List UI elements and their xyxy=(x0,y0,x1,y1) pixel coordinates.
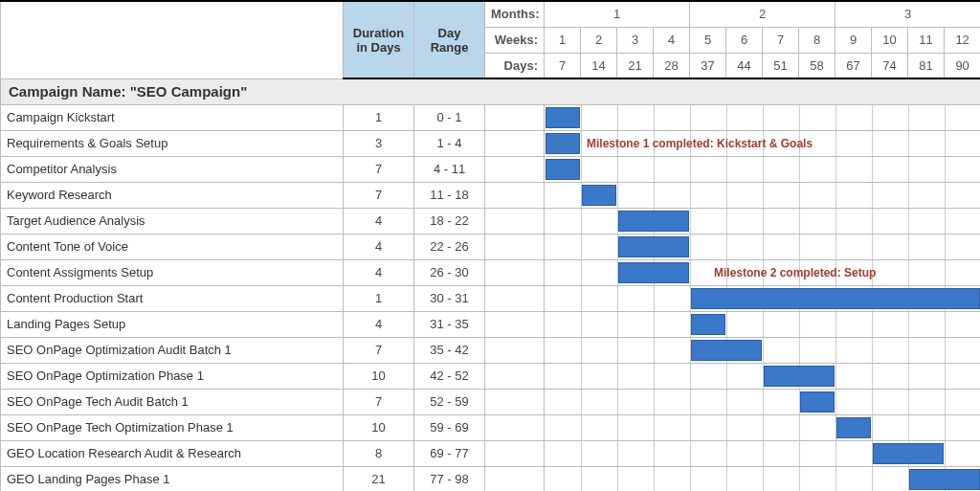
chart-spacer xyxy=(485,130,545,156)
header-row-months: Duration in Days Day Range Months: 1 2 3 xyxy=(1,1,981,27)
gantt-bar xyxy=(618,262,689,283)
chart-area xyxy=(545,182,981,208)
task-row: Content Assigments Setup426 - 30Mileston… xyxy=(1,259,981,285)
chart-spacer xyxy=(485,182,545,208)
gantt-bar xyxy=(618,211,689,232)
task-name: Content Production Start xyxy=(1,285,344,311)
week-cell: 4 xyxy=(654,27,690,53)
task-duration: 4 xyxy=(344,311,414,337)
task-duration: 1 xyxy=(344,285,414,311)
day-cell: 44 xyxy=(726,53,763,78)
task-name: Landing Pages Setup xyxy=(1,311,344,337)
task-row: SEO OnPage Tech Audit Batch 1752 - 59 xyxy=(1,389,981,414)
gantt-bar xyxy=(691,340,762,361)
task-row: Keyword Research711 - 18 xyxy=(1,182,981,208)
task-name: Requirements & Goals Setup xyxy=(1,130,344,156)
campaign-title: Campaign Name: "SEO Campaign" xyxy=(1,78,981,104)
chart-area xyxy=(545,363,981,389)
task-range: 1 - 4 xyxy=(414,130,485,156)
header-months-label: Months: xyxy=(485,1,545,27)
chart-area xyxy=(545,234,981,259)
chart-area xyxy=(545,311,981,337)
milestone-label: Milestone 1 completed: Kickstart & Goals xyxy=(587,137,813,150)
gantt-bar xyxy=(691,314,725,335)
chart-area xyxy=(545,208,981,234)
task-duration: 7 xyxy=(344,389,414,414)
task-row: Target Audience Analysis418 - 22 xyxy=(1,208,981,234)
task-range: 11 - 18 xyxy=(414,182,485,208)
task-name: Content Tone of Voice xyxy=(1,234,344,259)
day-cell: 74 xyxy=(872,53,908,78)
chart-area xyxy=(545,466,981,491)
task-name: Campaign Kickstart xyxy=(1,104,344,130)
gantt-bar xyxy=(836,417,871,438)
gantt-bar xyxy=(618,236,689,257)
header-weeks-label: Weeks: xyxy=(485,27,545,53)
chart-area: Milestone 1 completed: Kickstart & Goals xyxy=(545,130,981,156)
week-cell: 2 xyxy=(581,27,617,53)
header-days-label: Days: xyxy=(485,53,545,78)
month-3: 3 xyxy=(835,1,980,27)
task-name: SEO OnPage Optimization Phase 1 xyxy=(1,363,344,389)
task-range: 26 - 30 xyxy=(414,259,485,285)
chart-spacer xyxy=(485,104,545,130)
week-cell: 3 xyxy=(617,27,654,53)
task-duration: 4 xyxy=(344,208,414,234)
chart-spacer xyxy=(485,414,545,440)
task-range: 42 - 52 xyxy=(414,363,485,389)
header-blank xyxy=(1,1,344,78)
task-duration: 4 xyxy=(344,259,414,285)
day-cell: 51 xyxy=(763,53,799,78)
task-range: 4 - 11 xyxy=(414,156,485,182)
task-range: 22 - 26 xyxy=(414,234,485,259)
gantt-bar xyxy=(691,288,980,309)
task-name: Competitor Analysis xyxy=(1,156,344,182)
chart-spacer xyxy=(485,285,545,311)
chart-area xyxy=(545,414,981,440)
gantt-bar xyxy=(800,391,835,413)
chart-area xyxy=(545,440,981,466)
task-row: Content Tone of Voice422 - 26 xyxy=(1,234,981,259)
gantt-table: Duration in Days Day Range Months: 1 2 3… xyxy=(0,0,980,491)
task-row: Requirements & Goals Setup31 - 4Mileston… xyxy=(1,130,981,156)
chart-area xyxy=(545,285,981,311)
task-row: SEO OnPage Optimization Audit Batch 1735… xyxy=(1,337,981,363)
task-range: 59 - 69 xyxy=(414,414,485,440)
header-duration: Duration in Days xyxy=(344,1,414,78)
task-name: Content Assigments Setup xyxy=(1,259,344,285)
task-duration: 21 xyxy=(344,466,414,491)
task-range: 30 - 31 xyxy=(414,285,485,311)
campaign-title-row: Campaign Name: "SEO Campaign" xyxy=(1,78,981,104)
task-duration: 7 xyxy=(344,156,414,182)
task-name: Keyword Research xyxy=(1,182,344,208)
task-range: 31 - 35 xyxy=(414,311,485,337)
chart-area xyxy=(545,104,981,130)
task-range: 0 - 1 xyxy=(414,104,485,130)
task-row: Competitor Analysis74 - 11 xyxy=(1,156,981,182)
day-cell: 90 xyxy=(945,53,980,78)
chart-spacer xyxy=(485,311,545,337)
gantt-bar xyxy=(546,159,580,180)
gantt-bar xyxy=(582,185,616,206)
task-duration: 10 xyxy=(344,414,414,440)
task-range: 52 - 59 xyxy=(414,389,485,414)
task-duration: 3 xyxy=(344,130,414,156)
task-duration: 8 xyxy=(344,440,414,466)
task-row: SEO OnPage Tech Optimization Phase 11059… xyxy=(1,414,981,440)
day-cell: 21 xyxy=(617,53,654,78)
day-cell: 37 xyxy=(690,53,726,78)
task-name: SEO OnPage Optimization Audit Batch 1 xyxy=(1,337,344,363)
task-duration: 4 xyxy=(344,234,414,259)
task-duration: 1 xyxy=(344,104,414,130)
task-name: SEO OnPage Tech Audit Batch 1 xyxy=(1,389,344,414)
chart-spacer xyxy=(485,337,545,363)
week-cell: 11 xyxy=(908,27,945,53)
chart-area: Milestone 2 completed: Setup xyxy=(545,259,981,285)
chart-spacer xyxy=(485,208,545,234)
day-cell: 58 xyxy=(799,53,835,78)
chart-spacer xyxy=(485,259,545,285)
chart-spacer xyxy=(485,440,545,466)
task-range: 69 - 77 xyxy=(414,440,485,466)
month-2: 2 xyxy=(690,1,835,27)
task-row: GEO Landing Pages Phase 12177 - 98 xyxy=(1,466,981,491)
